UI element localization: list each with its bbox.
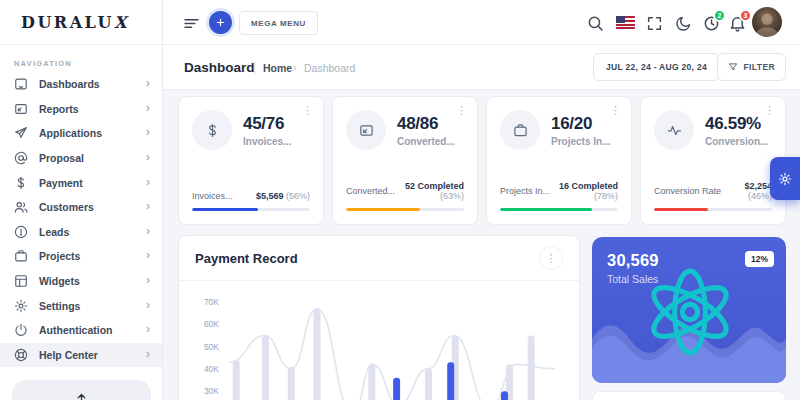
menu-icon[interactable]	[183, 14, 200, 31]
next-widget-card	[592, 391, 786, 400]
total-sales-badge: 12%	[745, 251, 774, 267]
stat-card-footer: Converted...52 Completed (63%)	[346, 181, 464, 212]
stat-card-label: Conversion...	[705, 136, 768, 147]
bell-badge: 3	[739, 9, 752, 22]
dashboard-icon	[14, 77, 28, 91]
y-axis-tick: 30K	[204, 386, 219, 396]
stat-progress-fill	[346, 208, 420, 212]
stat-footer-percent: (78%)	[594, 191, 618, 201]
dark-mode-moon-icon[interactable]	[675, 14, 692, 31]
sidebar-item-dashboards[interactable]: Dashboards›	[0, 72, 162, 97]
sidebar-nav: Dashboards›Reports›Applications›Proposal…	[0, 72, 162, 367]
sidebar-item-label: Projects	[39, 250, 146, 262]
stat-card-value: 48/86	[397, 114, 455, 134]
stat-footer-label: Invoices...	[192, 191, 233, 201]
stat-card-label: Projects In...	[551, 136, 610, 147]
language-flag-icon[interactable]	[616, 16, 635, 29]
fullscreen-icon[interactable]	[646, 14, 663, 31]
dollar-icon	[205, 123, 220, 138]
theme-settings-button[interactable]	[770, 157, 800, 200]
more-options-icon[interactable]: ⋮	[302, 105, 313, 116]
y-axis-tick: 40K	[204, 364, 219, 374]
more-options-icon[interactable]: ⋮	[456, 105, 467, 116]
user-avatar[interactable]	[752, 7, 782, 37]
stat-card-footer: Invoices...$5,569 (56%)	[192, 191, 310, 212]
stat-card-3: ⋮16/20Projects In...Projects In...16 Com…	[486, 96, 632, 225]
chart-bar-gray	[262, 336, 269, 400]
sidebar-item-settings[interactable]: Settings›	[0, 293, 162, 318]
stat-footer-value: 52 Completed (63%)	[395, 181, 464, 201]
sidebar-item-leads[interactable]: Leads›	[0, 220, 162, 245]
sidebar-item-customers[interactable]: Customers›	[0, 195, 162, 220]
nav-section-label: NAVIGATION	[0, 45, 162, 72]
plus-icon	[215, 17, 226, 28]
chevron-right-icon: ›	[146, 225, 150, 239]
sidebar-item-reports[interactable]: Reports›	[0, 97, 162, 122]
more-options-icon[interactable]: ⋮	[764, 105, 775, 116]
total-sales-label: Total Sales	[607, 273, 658, 285]
sidebar-item-label: Help Center	[39, 349, 146, 361]
chart-bar-blue	[393, 378, 400, 400]
stat-footer-label: Converted...	[346, 186, 395, 196]
chart-bar-gray	[425, 369, 432, 400]
y-axis-tick: 70K	[204, 297, 219, 307]
stat-card-label: Invoices...	[243, 136, 291, 147]
stat-card-value: 45/76	[243, 114, 291, 134]
stat-footer-label: Conversion Rate	[654, 186, 721, 196]
sidebar-item-widgets[interactable]: Widgets›	[0, 269, 162, 294]
add-button[interactable]	[209, 11, 232, 34]
filter-button-label: FILTER	[743, 62, 775, 72]
more-options-icon[interactable]: ⋮	[610, 105, 621, 116]
sidebar-item-label: Payment	[39, 177, 146, 189]
payment-record-header: Payment Record ⋮	[179, 236, 579, 281]
payment-record-card: Payment Record ⋮ 70K60K50K40K30K	[178, 235, 580, 400]
filter-button[interactable]: FILTER	[717, 53, 786, 81]
sidebar-item-label: Reports	[39, 103, 146, 115]
breadcrumb-home-link[interactable]: Home	[263, 62, 292, 74]
history-clock-icon[interactable]: 2	[703, 14, 720, 31]
stat-card-footer: Projects In...16 Completed (78%)	[500, 181, 618, 212]
sidebar-item-authentication[interactable]: Authentication›	[0, 318, 162, 343]
stat-card-4: ⋮46.59%Conversion...Conversion Rate$2,25…	[640, 96, 786, 225]
stat-card-top: 45/76Invoices...	[192, 110, 310, 150]
total-sales-value: 30,569	[607, 251, 659, 270]
power-icon	[14, 323, 28, 337]
notifications-bell-icon[interactable]: 3	[729, 14, 746, 31]
sidebar-item-proposal[interactable]: Proposal›	[0, 146, 162, 171]
date-range-button[interactable]: JUL 22, 24 - AUG 20, 24	[593, 53, 720, 81]
arrow-up-icon	[75, 392, 88, 400]
payment-chart-svg: 70K60K50K40K30K	[193, 289, 565, 400]
breadcrumb-current: Dashboard	[304, 62, 355, 74]
chevron-right-icon: ›	[146, 102, 150, 116]
breadcrumb-bar: Dashboard | Home › Dashboard JUL 22, 24 …	[163, 45, 800, 90]
sidebar-item-label: Leads	[39, 226, 146, 238]
sidebar-item-label: Authentication	[39, 324, 146, 336]
sidebar-item-projects[interactable]: Projects›	[0, 244, 162, 269]
sidebar-item-payment[interactable]: Payment›	[0, 170, 162, 195]
sidebar-item-help-center[interactable]: Help Center›	[0, 343, 162, 368]
y-axis-tick: 50K	[204, 342, 219, 352]
briefcase-icon	[513, 123, 528, 138]
chart-bar-gray	[314, 309, 321, 400]
more-options-icon[interactable]: ⋮	[539, 246, 563, 270]
search-icon[interactable]	[587, 14, 604, 31]
stat-card-icon-circle	[500, 110, 540, 150]
mega-menu-button[interactable]: MEGA MENU	[239, 11, 318, 35]
total-sales-card: 30,569 Total Sales 12%	[592, 237, 786, 383]
stat-card-label: Converted...	[397, 136, 455, 147]
chevron-right-icon: ›	[146, 323, 150, 337]
logo-row: DURALUX	[0, 0, 162, 45]
chevron-right-icon: ›	[146, 299, 150, 313]
chart-bar-blue	[447, 362, 454, 400]
users-icon	[14, 200, 28, 214]
y-axis-tick: 60K	[204, 319, 219, 329]
stat-card-value: 46.59%	[705, 114, 768, 134]
sidebar-item-applications[interactable]: Applications›	[0, 121, 162, 146]
stat-footer-value: $2,254 (46%)	[721, 181, 772, 201]
chevron-right-icon: ›	[146, 249, 150, 263]
stat-progress-track	[654, 208, 772, 212]
sidebar-item-label: Proposal	[39, 152, 146, 164]
stat-progress-fill	[192, 208, 258, 212]
briefcase-icon	[14, 249, 28, 263]
alert-icon	[14, 225, 28, 239]
